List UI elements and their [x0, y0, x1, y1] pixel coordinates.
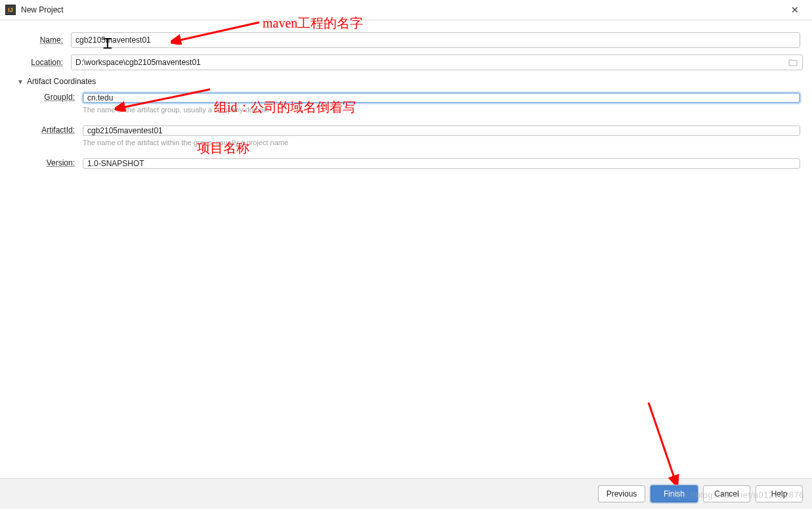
location-label: Location: [12, 58, 71, 67]
version-input[interactable] [83, 158, 800, 169]
dialog-body: Name: Location: ▼ Artifact Coordinates G… [0, 20, 812, 478]
version-row: Version: [25, 158, 800, 169]
groupid-input[interactable] [83, 93, 800, 103]
artifactid-input[interactable] [83, 125, 800, 136]
artifactid-hint: The name of the artifact within the grou… [83, 139, 800, 146]
location-row: Location: [12, 55, 800, 70]
finish-button[interactable]: Finish [651, 485, 698, 502]
name-row: Name: [12, 32, 800, 48]
title-bar: IJ New Project ✕ [0, 0, 812, 20]
cancel-button[interactable]: Cancel [703, 485, 750, 502]
artifact-section-label: Artifact Coordinates [27, 77, 96, 86]
version-label: Version: [25, 158, 83, 167]
chevron-down-icon: ▼ [17, 78, 24, 85]
groupid-hint: The name of the artifact group, usually … [83, 106, 800, 114]
close-icon[interactable]: ✕ [783, 2, 807, 18]
artifactid-label: ArtifactId: [25, 125, 83, 135]
dialog-footer: Previous Finish Cancel Help [0, 478, 812, 509]
groupid-row: GroupId: The name of the artifact group,… [25, 93, 800, 122]
window-title: New Project [21, 5, 64, 14]
artifactid-row: ArtifactId: The name of the artifact wit… [25, 125, 800, 154]
name-label: Name: [12, 35, 71, 45]
name-input[interactable] [71, 32, 800, 48]
location-input[interactable] [71, 55, 803, 70]
help-button[interactable]: Help [756, 485, 803, 502]
artifact-coordinates-header[interactable]: ▼ Artifact Coordinates [17, 77, 800, 86]
groupid-label: GroupId: [25, 93, 83, 102]
previous-button[interactable]: Previous [598, 485, 645, 502]
app-icon: IJ [5, 5, 16, 15]
